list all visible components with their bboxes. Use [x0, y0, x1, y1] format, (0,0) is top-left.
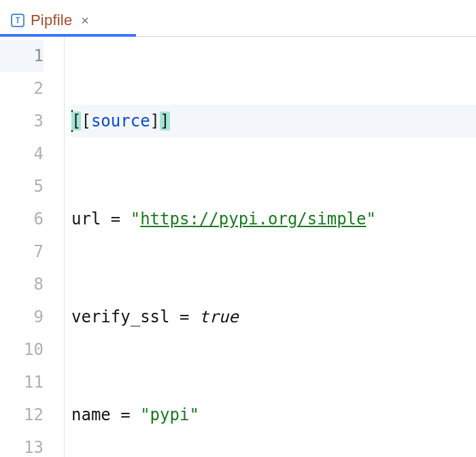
close-icon[interactable]: × — [78, 14, 92, 27]
line-number: 3 — [0, 105, 44, 137]
url-link[interactable]: https://pypi.org/simple — [140, 209, 366, 228]
config-key: verify_ssl — [71, 307, 170, 326]
config-value: true — [199, 307, 239, 326]
textfile-icon: T — [11, 14, 24, 27]
tab-label: Pipfile — [31, 12, 72, 29]
code-line[interactable]: [[source]] — [71, 105, 476, 137]
bracket-open: [ — [71, 112, 81, 131]
line-number: 2 — [0, 72, 44, 105]
line-number: 9 — [0, 301, 44, 333]
code-line[interactable]: name = "pypi" — [71, 399, 476, 431]
line-number: 5 — [0, 170, 44, 203]
line-number: 4 — [0, 137, 44, 170]
line-number: 12 — [0, 399, 44, 431]
active-tab-indicator — [0, 34, 136, 37]
line-number-gutter: 1 2 3 4 5 6 7 8 9 10 11 12 13 — [0, 37, 65, 457]
line-number: 7 — [0, 235, 44, 268]
config-value: "pypi" — [140, 405, 199, 424]
line-number: 10 — [0, 333, 44, 366]
section-name: source — [91, 112, 150, 131]
line-number: 8 — [0, 268, 44, 301]
bracket-close: ] — [160, 112, 169, 131]
config-key: url — [71, 209, 101, 228]
code-line[interactable]: url = "https://pypi.org/simple" — [71, 203, 476, 235]
code-editor[interactable]: 1 2 3 4 5 6 7 8 9 10 11 12 13 [[source]]… — [0, 37, 476, 457]
line-number: 13 — [0, 431, 44, 457]
line-number: 11 — [0, 366, 44, 399]
line-number: 6 — [0, 203, 44, 235]
config-key: name — [71, 405, 111, 424]
code-content[interactable]: [[source]] url = "https://pypi.org/simpl… — [65, 37, 476, 457]
code-line[interactable]: verify_ssl = true — [71, 301, 476, 333]
line-number: 1 — [0, 39, 44, 72]
tab-bar: T Pipfile × — [0, 0, 476, 37]
tab-pipfile[interactable]: T Pipfile × — [0, 4, 101, 36]
